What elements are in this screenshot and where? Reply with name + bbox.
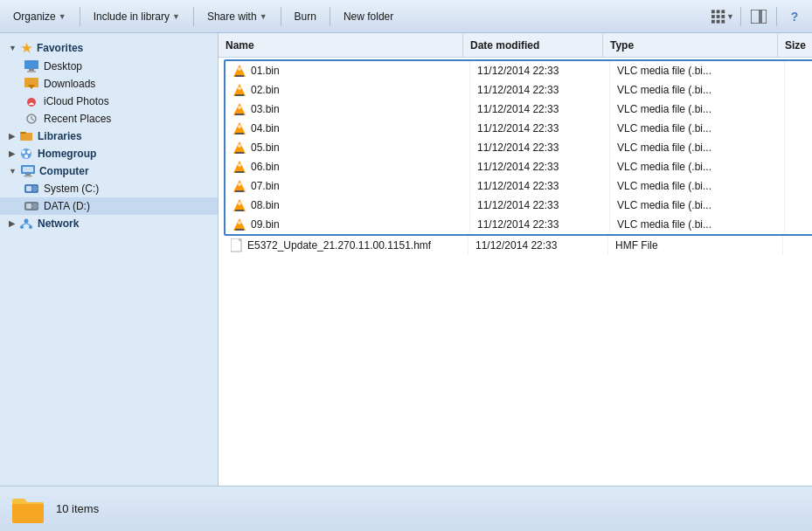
icloud-icon: ☁ (24, 95, 38, 107)
svg-rect-66 (235, 171, 244, 173)
share-with-button[interactable]: Share with ▼ (199, 7, 275, 26)
folder-icon (12, 495, 44, 523)
column-headers: Name Date modified Type Size (219, 33, 812, 58)
table-row[interactable]: 06.bin 11/12/2014 22:33 VLC media file (… (226, 157, 812, 176)
sidebar-homegroup-header[interactable]: ▶ Homegroup (0, 145, 218, 162)
data-drive-icon (24, 200, 38, 212)
file-size-cell: 82 KB (785, 80, 812, 100)
help-icon: ? (791, 10, 799, 24)
sidebar-item-data[interactable]: DATA (D:) (0, 197, 218, 215)
table-row[interactable]: 04.bin 11/12/2014 22:33 VLC media file (… (226, 119, 812, 138)
view-toggle-button[interactable]: ▼ (711, 5, 735, 28)
help-button[interactable]: ? (782, 5, 807, 28)
include-library-button[interactable]: Include in library ▼ (86, 7, 188, 26)
svg-point-75 (238, 202, 241, 205)
burn-button[interactable]: Burn (287, 7, 324, 26)
table-row[interactable]: 01.bin 11/12/2014 22:33 VLC media file (… (226, 61, 812, 80)
network-label: Network (38, 217, 79, 230)
file-rows-bin: 01.bin 11/12/2014 22:33 VLC media file (… (226, 61, 812, 234)
preview-pane-button[interactable] (746, 5, 771, 28)
svg-rect-2 (721, 10, 725, 13)
table-row[interactable]: 03.bin 11/12/2014 22:33 VLC media file (… (226, 100, 812, 119)
organize-chevron: ▼ (59, 12, 66, 21)
file-date-cell: 11/12/2014 22:33 (470, 100, 610, 119)
svg-point-79 (238, 221, 241, 224)
file-size-cell: 686 KB (785, 100, 812, 119)
svg-rect-70 (235, 190, 244, 192)
sidebar-libraries-header[interactable]: ▶ Libraries (0, 128, 218, 145)
recent-places-icon (24, 113, 38, 125)
vlc-icon (232, 217, 246, 231)
file-name-cell: 03.bin (226, 100, 470, 119)
table-row[interactable]: 09.bin 11/12/2014 22:33 VLC media file (… (226, 215, 812, 234)
table-row[interactable]: 08.bin 11/12/2014 22:33 VLC media file (… (226, 196, 812, 215)
homegroup-icon (19, 148, 33, 160)
main-layout: ▼ ★ Favorites Desktop Downloads (0, 33, 812, 486)
toolbar: Organize ▼ Include in library ▼ Share wi… (0, 0, 812, 33)
file-name-cell: 08.bin (226, 196, 470, 215)
file-size-cell: 3.180 KB (785, 138, 812, 157)
svg-rect-62 (235, 152, 244, 154)
sidebar-item-desktop[interactable]: Desktop (0, 58, 218, 75)
sidebar-item-system[interactable]: System (C:) (0, 180, 218, 197)
col-header-type[interactable]: Type (603, 33, 778, 57)
organize-label: Organize (13, 10, 56, 23)
sidebar-item-downloads[interactable]: Downloads (0, 75, 218, 93)
svg-point-25 (27, 150, 31, 154)
svg-line-43 (26, 224, 31, 226)
file-row-hmf-container: E5372_Update_21.270.11.00.1151.hmf 11/12… (219, 236, 812, 255)
file-date-cell: 11/12/2014 22:33 (468, 236, 608, 255)
sidebar-item-icloud[interactable]: ☁ iCloud Photos (0, 93, 218, 110)
vlc-icon (232, 198, 246, 212)
svg-rect-3 (711, 15, 715, 18)
file-size-cell: 23.516 KB (785, 119, 812, 138)
file-name-cell: E5372_Update_21.270.11.00.1151.hmf (224, 236, 468, 255)
include-library-label: Include in library (94, 10, 170, 23)
col-header-date[interactable]: Date modified (463, 33, 603, 57)
sidebar-computer-header[interactable]: ▼ Computer (0, 162, 218, 180)
vlc-icon (232, 121, 246, 135)
selection-box: 01.bin 11/12/2014 22:33 VLC media file (… (224, 59, 812, 236)
svg-point-26 (24, 155, 28, 158)
sidebar-favorites-header[interactable]: ▼ ★ Favorites (0, 38, 218, 58)
svg-line-42 (22, 224, 26, 226)
status-items-count: 10 items (56, 502, 99, 515)
sidebar-item-recent[interactable]: Recent Places (0, 110, 218, 128)
svg-rect-50 (235, 94, 244, 96)
include-library-chevron: ▼ (172, 12, 180, 21)
sidebar: ▼ ★ Favorites Desktop Downloads (0, 33, 219, 486)
table-row[interactable]: 07.bin 11/12/2014 22:33 VLC media file (… (226, 176, 812, 196)
svg-rect-29 (24, 176, 32, 177)
file-date-cell: 11/12/2014 22:33 (470, 61, 610, 80)
svg-point-67 (238, 163, 241, 167)
svg-rect-7 (717, 19, 720, 23)
file-type-cell: VLC media file (.bi... (610, 157, 785, 176)
table-row[interactable]: E5372_Update_21.270.11.00.1151.hmf 11/12… (224, 236, 812, 255)
file-date-cell: 11/12/2014 22:33 (470, 80, 610, 100)
svg-point-38 (34, 205, 36, 207)
svg-rect-11 (24, 60, 38, 69)
computer-label: Computer (39, 165, 89, 177)
table-row[interactable]: 02.bin 11/12/2014 22:33 VLC media file (… (226, 80, 812, 100)
new-folder-button[interactable]: New folder (336, 7, 401, 26)
svg-rect-36 (26, 203, 31, 209)
svg-rect-46 (235, 75, 244, 77)
sidebar-network-header[interactable]: ▶ Network (0, 215, 218, 232)
svg-line-20 (31, 119, 34, 121)
organize-button[interactable]: Organize ▼ (5, 7, 74, 26)
table-row[interactable]: 05.bin 11/12/2014 22:33 VLC media file (… (226, 138, 812, 157)
vlc-icon (232, 179, 246, 193)
file-name-cell: 09.bin (226, 215, 470, 234)
file-date-cell: 11/12/2014 22:33 (470, 119, 610, 138)
vlc-icon (232, 141, 246, 155)
vlc-icon (232, 102, 246, 116)
svg-point-39 (24, 219, 29, 224)
network-icon (19, 217, 33, 230)
col-header-size[interactable]: Size (778, 33, 812, 57)
svg-point-41 (29, 225, 32, 229)
svg-rect-74 (235, 210, 244, 211)
svg-rect-8 (721, 19, 725, 23)
svg-rect-9 (751, 10, 760, 24)
col-header-name[interactable]: Name (219, 33, 463, 57)
file-name-cell: 04.bin (226, 119, 470, 138)
